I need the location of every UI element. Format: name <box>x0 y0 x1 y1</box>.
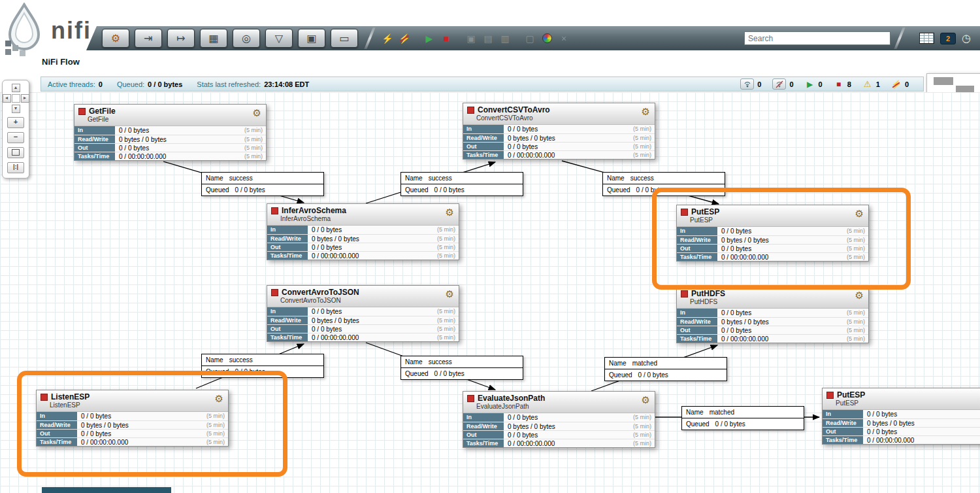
stat-label-out: Out <box>74 144 115 152</box>
toolbar-separator <box>894 27 905 49</box>
not-transmitting-count: 0 <box>789 80 793 88</box>
connection-listenesp-convertavrotojson[interactable]: Namesuccess Queued0 / 0 bytes <box>201 354 324 378</box>
connection-convertcsvtoavro-putesp[interactable]: Namesuccess Queued0 / 0 bytes <box>602 172 725 196</box>
processor-header: PutHDFS ⚙ PutHDFS <box>677 287 868 309</box>
stat-label-taskstime: Tasks/Time <box>463 151 504 159</box>
invalid-count: 1 <box>876 80 880 88</box>
new-input-port-button[interactable]: ⇥ <box>135 29 162 48</box>
search-input[interactable] <box>744 31 890 45</box>
processor-convertcsvtoavro[interactable]: ConvertCSVToAvro ⚙ ConvertCSVToAvro In0 … <box>463 103 655 160</box>
processor-name: PutESP <box>691 207 719 216</box>
processor-chip-icon: ⚙ <box>446 207 454 218</box>
stop-button[interactable]: ■ <box>439 31 453 46</box>
disable-button[interactable]: ⚡ <box>397 31 412 46</box>
stat-value-readwrite: 0 bytes / 0 bytes <box>308 316 429 324</box>
zoom-actual-size-button[interactable]: |:| <box>7 162 24 173</box>
history-clock-icon[interactable]: ◷ <box>962 32 971 44</box>
stat-window: (5 min) <box>838 236 868 244</box>
delete-button[interactable]: × <box>557 31 571 46</box>
search-container <box>744 31 890 45</box>
refreshed-label: Stats last refreshed: <box>197 80 261 88</box>
zoom-in-button[interactable]: + <box>7 117 24 128</box>
pan-down-button[interactable]: ▾ <box>12 105 20 113</box>
component-counts: 0 0 ▶ 0 ■ 8 ⚠ 1 ⚡ 0 <box>740 78 917 90</box>
stat-window: (5 min) <box>625 151 655 159</box>
birdseye-block <box>934 77 953 85</box>
copy-button[interactable]: ▤ <box>481 31 495 46</box>
paste-button[interactable]: ▥ <box>498 31 512 46</box>
fill-color-button[interactable] <box>540 31 554 46</box>
stat-value-taskstime: 0 / 00:00:00.000 <box>717 335 838 343</box>
stat-value-out: 0 / 0 bytes <box>717 245 838 252</box>
paste-icon: ▥ <box>500 33 509 44</box>
start-button[interactable]: ▶ <box>422 31 436 46</box>
connection-name-label: Name <box>609 360 627 367</box>
zoom-fit-button[interactable] <box>7 147 24 158</box>
processor-header: PutESP ⚙ PutESP <box>823 388 980 410</box>
stopped-square-icon <box>271 289 278 296</box>
enable-button[interactable]: ⚡ <box>380 31 395 46</box>
toolbar: ⚙ ⇥ ↦ ▦ ◎ ▽ ▣ ▭ ⚡ ⚡ ▶ ■ ▣ ▤ ▥ ▢ × 2 ◷ <box>86 26 980 50</box>
template-icon: ▣ <box>306 32 316 44</box>
connection-name-label: Name <box>206 356 223 364</box>
new-processor-button[interactable]: ⚙ <box>102 29 129 48</box>
processor-putesp-bottom[interactable]: PutESP ⚙ PutESP In0 / 0 bytes(5 min) Rea… <box>822 388 980 445</box>
connection-name-value: matched <box>710 409 734 416</box>
pan-center <box>12 94 20 103</box>
stat-value-in: 0 / 0 bytes <box>115 126 236 135</box>
stat-label-in: In <box>463 413 504 422</box>
new-process-group-button[interactable]: ▦ <box>200 29 227 48</box>
stat-value-in: 0 / 0 bytes <box>308 226 429 234</box>
stat-label-readwrite: Read/Write <box>677 318 717 326</box>
pan-right-button[interactable]: ▸ <box>21 94 29 103</box>
disable-lightning-icon: ⚡ <box>399 33 410 44</box>
pan-up-button[interactable]: ▴ <box>12 84 20 92</box>
stat-label-in: In <box>37 412 77 420</box>
breadcrumb[interactable]: NiFi Flow <box>42 57 80 67</box>
summary-table-icon[interactable] <box>919 33 934 44</box>
header-right-icons: 2 ◷ <box>919 32 973 44</box>
stat-window: (5 min) <box>429 243 459 251</box>
processor-stats: In0 / 0 bytes(5 min) Read/Write0 bytes /… <box>267 307 459 341</box>
processor-listenesp[interactable]: ListenESP ⚙ ListenESP In0 / 0 bytes(5 mi… <box>36 390 229 447</box>
processor-puthdfs[interactable]: PutHDFS ⚙ PutHDFS In0 / 0 bytes(5 min) R… <box>676 286 869 343</box>
processor-putesp-top[interactable]: PutESP ⚙ PutESP In0 / 0 bytes(5 min) Rea… <box>676 205 869 262</box>
processor-name: ConvertAvroToJSON <box>282 288 359 297</box>
processor-stats: In0 / 0 bytes(5 min) Read/Write0 bytes /… <box>463 125 655 159</box>
connection-inferavroschema-convertcsvtoavro[interactable]: Namesuccess Queued0 / 0 bytes <box>400 172 523 196</box>
connection-convertavrotojson-evaluatejsonpath[interactable]: Namesuccess Queued0 / 0 bytes <box>400 356 523 380</box>
processor-name: PutHDFS <box>691 289 725 298</box>
stat-value-readwrite: 0 bytes / 0 bytes <box>504 422 625 430</box>
stat-label-in: In <box>74 126 115 135</box>
new-label-button[interactable]: ▭ <box>331 29 358 48</box>
processor-evaluatejsonpath[interactable]: EvaluateJsonPath ⚙ EvaluateJsonPath In0 … <box>463 391 655 448</box>
new-output-port-button[interactable]: ↦ <box>167 29 195 48</box>
group-button[interactable]: ▢ <box>523 31 537 46</box>
processor-inferavroschema[interactable]: InferAvroSchema ⚙ InferAvroSchema In0 / … <box>267 203 459 260</box>
connection-getfile-inferavroschema[interactable]: Namesuccess Queued0 / 0 bytes <box>201 172 324 196</box>
new-template-button[interactable]: ▣ <box>298 29 325 48</box>
stat-label-out: Out <box>463 431 504 439</box>
pan-left-button[interactable]: ◂ <box>3 94 11 103</box>
connection-queued-label: Queued <box>609 371 632 379</box>
stat-label-in: In <box>677 309 717 317</box>
stat-value-taskstime: 0 / 00:00:00.000 <box>115 152 236 160</box>
stat-window: (5 min) <box>429 316 459 324</box>
process-group-icon: ▦ <box>208 32 218 44</box>
new-remote-process-group-button[interactable]: ◎ <box>233 29 260 48</box>
processor-convertavrotojson[interactable]: ConvertAvroToJSON ⚙ ConvertAvroToJSON In… <box>267 285 459 342</box>
processor-stats: In0 / 0 bytes(5 min) Read/Write0 bytes /… <box>677 309 868 343</box>
connection-name-value: success <box>429 358 452 366</box>
stat-label-readwrite: Read/Write <box>463 134 504 142</box>
stat-label-taskstime: Tasks/Time <box>823 436 863 444</box>
create-template-button[interactable]: ▣ <box>464 31 478 46</box>
stat-window: (5 min) <box>236 126 266 135</box>
processor-getfile[interactable]: GetFile ⚙ GetFile In0 / 0 bytes(5 min) R… <box>74 104 267 161</box>
connection-evaluatejsonpath-puthdfs[interactable]: Namematched Queued0 / 0 bytes <box>604 357 727 381</box>
flow-canvas[interactable]: GetFile ⚙ GetFile In0 / 0 bytes(5 min) R… <box>0 92 980 493</box>
connection-evaluatejsonpath-putesp[interactable]: Namematched Queued0 / 0 bytes <box>681 406 804 430</box>
new-funnel-button[interactable]: ▽ <box>265 29 293 48</box>
stat-value-readwrite: 0 bytes / 0 bytes <box>504 134 625 142</box>
zoom-out-button[interactable]: − <box>7 132 24 143</box>
bulletin-count-icon[interactable]: 2 <box>940 33 956 44</box>
